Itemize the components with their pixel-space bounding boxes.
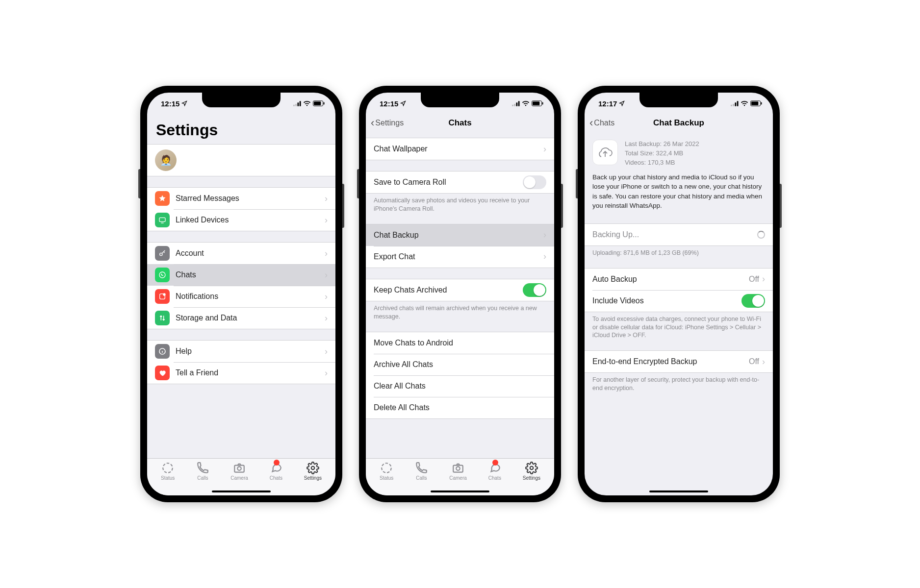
row-value: Off: [749, 275, 759, 284]
battery-icon: [532, 100, 543, 106]
row-delete-all[interactable]: Delete All Chats: [366, 397, 554, 418]
row-move-android[interactable]: Move Chats to Android: [366, 332, 554, 354]
profile-row[interactable]: 🧑‍💼: [147, 144, 335, 176]
chevron-right-icon: ›: [762, 357, 765, 367]
svg-point-11: [163, 293, 165, 295]
backup-options-group: Auto Backup Off › Include Videos: [585, 268, 773, 312]
unread-badge: [492, 460, 498, 466]
chevron-right-icon: ›: [325, 346, 328, 357]
tab-calls[interactable]: Calls: [196, 462, 209, 481]
row-archive-all[interactable]: Archive All Chats: [366, 354, 554, 375]
row-auto-backup[interactable]: Auto Backup Off ›: [585, 269, 773, 290]
row-account[interactable]: Account ›: [147, 243, 335, 264]
settings-group-1: Starred Messages › Linked Devices ›: [147, 187, 335, 231]
row-label: Linked Devices: [176, 216, 325, 224]
tab-label: Calls: [416, 475, 427, 481]
unread-badge: [274, 460, 280, 466]
last-backup: Last Backup: 26 Mar 2022: [625, 140, 699, 149]
notch: [202, 93, 281, 107]
row-e2e-backup[interactable]: End-to-end Encrypted Backup Off ›: [585, 351, 773, 372]
notch: [421, 93, 499, 107]
whatsapp-icon: [155, 268, 170, 282]
svg-rect-6: [324, 102, 325, 105]
avatar: 🧑‍💼: [155, 149, 177, 171]
footer-camera-roll: Automatically save photos and videos you…: [366, 194, 554, 213]
tab-settings[interactable]: Settings: [304, 462, 322, 481]
svg-rect-20: [518, 101, 520, 106]
row-include-videos[interactable]: Include Videos: [585, 290, 773, 312]
svg-point-13: [163, 463, 173, 473]
row-backing-up: Backing Up...: [585, 224, 773, 245]
notch: [639, 93, 718, 107]
tab-chats[interactable]: Chats: [488, 462, 501, 481]
star-icon: [155, 191, 170, 206]
footer-archived: Archived chats will remain archived when…: [366, 301, 554, 321]
tab-camera[interactable]: Camera: [230, 462, 248, 481]
phone-chat-backup: 12:17 ‹ Chats Chat Backup Last: [578, 86, 780, 502]
row-chats[interactable]: Chats ›: [147, 264, 335, 286]
toggle-include-videos[interactable]: [741, 294, 765, 308]
progress-group: Backing Up...: [585, 223, 773, 246]
chevron-right-icon: ›: [325, 248, 328, 259]
tab-label: Chats: [488, 475, 501, 481]
backup-meta: Last Backup: 26 Mar 2022 Total Size: 322…: [625, 140, 699, 168]
svg-rect-0: [293, 104, 295, 106]
chevron-right-icon: ›: [543, 144, 546, 154]
row-label: Help: [176, 347, 325, 356]
back-button[interactable]: ‹ Settings: [371, 117, 404, 129]
row-tell-friend[interactable]: Tell a Friend ›: [147, 362, 335, 384]
row-help[interactable]: Help ›: [147, 341, 335, 362]
tab-bar: Status Calls Camera Chats Settings: [147, 458, 335, 495]
e2e-group: End-to-end Encrypted Backup Off ›: [585, 350, 773, 373]
tab-label: Settings: [304, 475, 322, 481]
home-indicator[interactable]: [212, 490, 271, 492]
home-indicator[interactable]: [649, 490, 708, 492]
row-export-chat[interactable]: Export Chat ›: [366, 246, 554, 268]
info-icon: [155, 344, 170, 359]
nav-title: Chats: [448, 118, 471, 128]
chevron-right-icon: ›: [325, 313, 328, 323]
row-chat-wallpaper[interactable]: Chat Wallpaper ›: [366, 138, 554, 160]
row-save-camera-roll[interactable]: Save to Camera Roll: [366, 172, 554, 193]
chevron-right-icon: ›: [325, 215, 328, 225]
nav-bar: ‹ Settings Chats: [366, 114, 554, 132]
svg-point-26: [456, 466, 460, 470]
row-notifications[interactable]: Notifications ›: [147, 286, 335, 307]
row-label: Tell a Friend: [176, 368, 325, 377]
settings-group-3: Help › Tell a Friend ›: [147, 340, 335, 384]
devices-icon: [155, 213, 170, 227]
location-arrow-icon: [181, 100, 187, 106]
tab-label: Calls: [197, 475, 208, 481]
backup-export-group: Chat Backup › Export Chat ›: [366, 224, 554, 268]
toggle-save-camera-roll[interactable]: [523, 175, 546, 189]
wifi-icon: [522, 100, 530, 106]
chevron-right-icon: ›: [543, 251, 546, 262]
back-button[interactable]: ‹ Chats: [589, 117, 614, 129]
row-label: Starred Messages: [176, 194, 325, 203]
row-label: Chat Backup: [374, 231, 543, 240]
row-linked-devices[interactable]: Linked Devices ›: [147, 209, 335, 231]
tab-label: Camera: [449, 475, 467, 481]
tab-camera[interactable]: Camera: [449, 462, 467, 481]
tab-status[interactable]: Status: [161, 462, 175, 481]
row-starred-messages[interactable]: Starred Messages ›: [147, 188, 335, 209]
spinner-icon: [757, 231, 765, 239]
row-label: Keep Chats Archived: [374, 286, 523, 294]
row-label: Archive All Chats: [374, 360, 546, 369]
nav-bar: ‹ Chats Chat Backup: [585, 114, 773, 132]
tab-status[interactable]: Status: [380, 462, 393, 481]
page-title: Settings: [147, 114, 335, 144]
videos-size: Videos: 170,3 MB: [625, 158, 699, 168]
row-chat-backup[interactable]: Chat Backup ›: [366, 224, 554, 246]
row-clear-all[interactable]: Clear All Chats: [366, 375, 554, 397]
tab-calls[interactable]: Calls: [415, 462, 428, 481]
row-keep-archived[interactable]: Keep Chats Archived: [366, 279, 554, 301]
tab-chats[interactable]: Chats: [270, 462, 282, 481]
tab-settings[interactable]: Settings: [523, 462, 540, 481]
back-label: Settings: [375, 119, 404, 127]
row-storage-data[interactable]: Storage and Data ›: [147, 307, 335, 329]
toggle-keep-archived[interactable]: [523, 283, 546, 297]
home-indicator[interactable]: [431, 490, 489, 492]
svg-point-24: [382, 463, 391, 473]
backup-description: Back up your chat history and media to i…: [585, 172, 773, 216]
